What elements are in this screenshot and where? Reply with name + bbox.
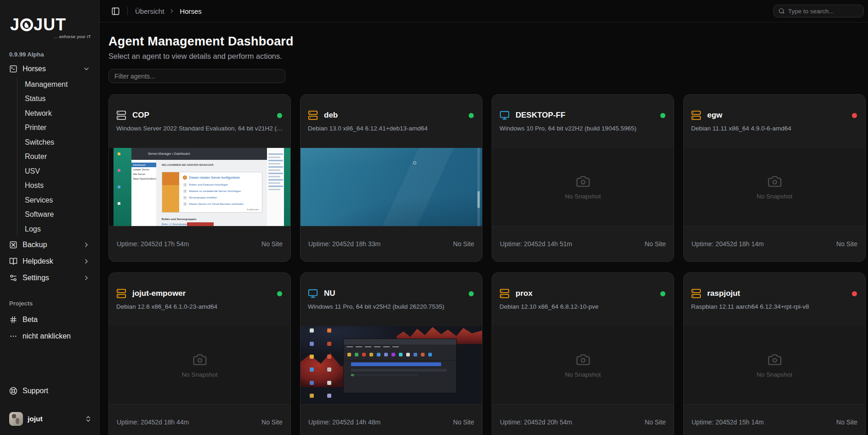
sidebar-item-horses[interactable]: Horses bbox=[9, 61, 94, 77]
card-header: prox bbox=[492, 273, 674, 299]
cursor-dot bbox=[413, 161, 416, 164]
agent-snapshot bbox=[301, 326, 482, 404]
hash-icon bbox=[9, 316, 17, 324]
agent-card-COP[interactable]: COP Windows Server 2022 Standard Evaluat… bbox=[108, 94, 291, 262]
agent-os: Debian 12.6 x86_64 6.1.0-23-amd64 bbox=[109, 299, 290, 310]
sidebar-subitem-router[interactable]: Router bbox=[25, 150, 94, 164]
sidebar-item-label: Settings bbox=[23, 274, 49, 282]
scrollbar-thumb bbox=[477, 191, 480, 208]
agent-card-deb[interactable]: deb Debian 13.0 x86_64 6.12.41+deb13-amd… bbox=[300, 94, 482, 262]
card-header: NU bbox=[301, 273, 482, 299]
snapshot-windows-desktop bbox=[301, 326, 482, 404]
sidebar-subitem-status[interactable]: Status bbox=[25, 92, 94, 107]
agent-card-DESKTOP-FF[interactable]: DESKTOP-FF Windows 10 Pro, 64 bit v22H2 … bbox=[492, 94, 674, 262]
breadcrumb-horses[interactable]: Horses bbox=[180, 7, 202, 15]
card-footer: Uptime: 20452d 18h 14m No Site bbox=[684, 226, 865, 261]
agent-card-egw[interactable]: egw Debian 11.11 x86_64 4.9.0-6-amd64 No… bbox=[683, 94, 866, 262]
sidebar-item-support[interactable]: Support bbox=[9, 383, 94, 399]
logo-wordmark: J♞JUT bbox=[10, 17, 91, 33]
sidebar-subitem-printer[interactable]: Printer bbox=[25, 121, 94, 136]
life-buoy-icon bbox=[9, 387, 17, 395]
sidebar-subitem-hosts[interactable]: Hosts bbox=[25, 179, 94, 193]
server-icon bbox=[116, 288, 126, 299]
sidebar-item-label: Support bbox=[23, 387, 48, 395]
square-terminal-icon bbox=[9, 65, 17, 73]
sidebar: J♞JUT ... enhorse your IT 0.9.99 Alpha H… bbox=[0, 0, 100, 435]
sidebar-subitem-services[interactable]: Services bbox=[25, 193, 94, 208]
no-snapshot-placeholder: No Snapshot bbox=[684, 148, 865, 226]
subitem-label: Network bbox=[25, 109, 52, 118]
server-icon bbox=[691, 110, 701, 120]
agent-os: Windows 10 Pro, 64 bit v22H2 (build 1904… bbox=[492, 120, 674, 132]
agent-site: No Site bbox=[645, 418, 666, 426]
agent-card-raspjojut[interactable]: raspjojut Raspbian 12.11 aarch64 6.12.34… bbox=[683, 272, 866, 435]
agent-name: deb bbox=[324, 111, 338, 120]
global-search[interactable] bbox=[773, 5, 864, 17]
card-header: COP bbox=[109, 95, 290, 120]
agent-name: egw bbox=[707, 111, 722, 120]
agent-uptime: Uptime: 20452d 20h 54m bbox=[500, 418, 572, 426]
vault-icon bbox=[9, 241, 17, 249]
user-menu[interactable]: jojut bbox=[9, 409, 94, 429]
status-dot bbox=[660, 291, 665, 296]
sidebar-subitem-switches[interactable]: Switches bbox=[25, 135, 94, 150]
sidebar-subitem-logs[interactable]: Logs bbox=[25, 222, 94, 237]
agent-site: No Site bbox=[836, 240, 857, 248]
subitem-label: Services bbox=[25, 196, 53, 204]
no-snapshot-placeholder: No Snapshot bbox=[492, 148, 674, 226]
agent-card-prox[interactable]: prox Debian 12.10 x86_64 6.8.12-10-pve N… bbox=[492, 272, 674, 435]
subitem-label: Printer bbox=[25, 124, 46, 132]
agent-grid: COP Windows Server 2022 Standard Evaluat… bbox=[108, 94, 866, 435]
card-footer: Uptime: 20452d 14h 48m No Site bbox=[301, 404, 482, 435]
sidebar-subitem-management[interactable]: Management bbox=[25, 77, 94, 92]
sidebar-item-label: Backup bbox=[23, 241, 47, 249]
sidebar-item-helpdesk[interactable]: Helpdesk bbox=[9, 253, 94, 270]
server-icon bbox=[308, 110, 318, 120]
camera-icon bbox=[576, 352, 590, 367]
search-input[interactable] bbox=[788, 8, 859, 15]
agent-uptime: Uptime: 20452d 17h 54m bbox=[117, 240, 189, 248]
server-icon bbox=[691, 288, 701, 299]
agent-card-NU[interactable]: NU Windows 11 Pro, 64 bit v25H2 (build 2… bbox=[300, 272, 482, 435]
camera-icon bbox=[767, 352, 782, 367]
sidebar-subitem-usv[interactable]: USV bbox=[25, 164, 94, 179]
breadcrumb-uebersicht[interactable]: Übersicht bbox=[135, 7, 164, 15]
sidebar-item-nicht-anklicken[interactable]: nicht anklicken bbox=[9, 328, 94, 345]
chevron-down-icon bbox=[83, 65, 90, 73]
explorer-panel bbox=[267, 148, 284, 226]
agent-uptime: Uptime: 20452d 18h 14m bbox=[692, 240, 764, 248]
agent-snapshot: No Snapshot bbox=[492, 148, 674, 226]
no-snapshot-label: No Snapshot bbox=[182, 371, 217, 378]
agent-card-jojut-empower[interactable]: jojut-empower Debian 12.6 x86_64 6.1.0-2… bbox=[108, 272, 291, 435]
chevron-right-icon bbox=[169, 8, 175, 14]
sidebar-item-backup[interactable]: Backup bbox=[9, 237, 94, 253]
sidebar-item-settings[interactable]: Settings bbox=[9, 270, 94, 286]
agent-site: No Site bbox=[261, 240, 283, 248]
status-dot bbox=[852, 113, 857, 118]
alert-tile bbox=[187, 222, 214, 226]
no-snapshot-label: No Snapshot bbox=[565, 193, 601, 200]
no-snapshot-placeholder: No Snapshot bbox=[492, 326, 674, 404]
top-header: Übersicht Horses bbox=[100, 0, 868, 23]
filter-agents-input[interactable] bbox=[108, 69, 285, 83]
file-manager-window bbox=[343, 339, 457, 393]
logo: J♞JUT ... enhorse your IT bbox=[10, 17, 91, 39]
server-manager-titlebar: Server-Manager • Dashboard bbox=[131, 148, 267, 160]
sidebar-item-beta[interactable]: Beta bbox=[9, 311, 94, 328]
content-area: Übersicht Horses Agent Management Dashbo… bbox=[100, 0, 868, 435]
status-dot bbox=[277, 113, 282, 118]
card-footer: Uptime: 20452d 18h 44m No Site bbox=[109, 404, 290, 435]
sidebar-subitem-software[interactable]: Software bbox=[25, 208, 94, 222]
server-manager-content: WILLKOMMEN BEI SERVER-MANAGER 1Diesen lo… bbox=[156, 160, 267, 226]
agent-snapshot bbox=[301, 148, 482, 226]
status-dot bbox=[469, 113, 474, 118]
no-snapshot-label: No Snapshot bbox=[565, 371, 601, 378]
server-icon bbox=[116, 110, 126, 120]
monitor-icon bbox=[499, 110, 510, 120]
agent-uptime: Uptime: 20452d 15h 14m bbox=[692, 418, 764, 426]
horses-subnav: ManagementStatusNetworkPrinterSwitchesRo… bbox=[17, 77, 94, 237]
sidebar-toggle-button[interactable] bbox=[109, 5, 122, 17]
sidebar-subitem-network[interactable]: Network bbox=[25, 106, 94, 121]
agent-site: No Site bbox=[261, 418, 283, 426]
status-dot bbox=[469, 291, 474, 296]
